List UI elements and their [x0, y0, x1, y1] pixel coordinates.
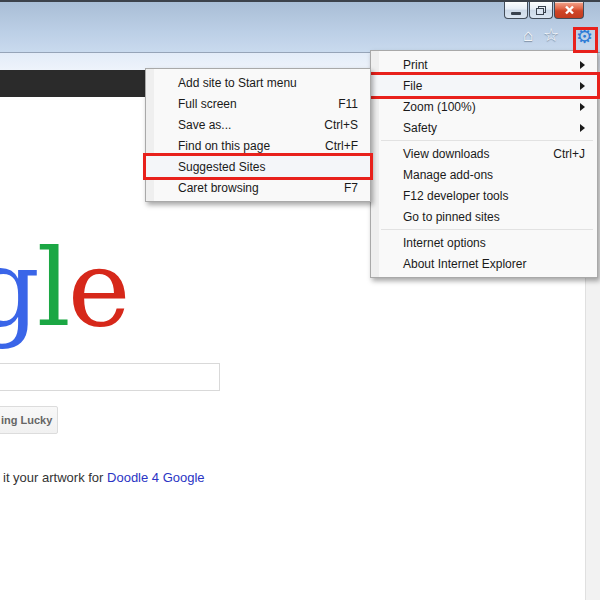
submenu-arrow-icon — [580, 124, 585, 132]
feeling-lucky-button[interactable]: ing Lucky — [0, 406, 58, 434]
menu-item-label: File — [403, 79, 422, 93]
menu-item-label: Caret browsing — [178, 181, 259, 195]
restore-button[interactable] — [529, 2, 553, 19]
minimize-icon — [511, 12, 521, 15]
menu-item-label: F12 developer tools — [403, 189, 508, 203]
google-logo: gle — [0, 236, 128, 342]
close-icon — [564, 5, 575, 15]
menu-item-go-to-pinned-sites[interactable]: Go to pinned sites — [371, 206, 597, 227]
menu-item-find-on-this-page[interactable]: Find on this pageCtrl+F — [146, 135, 370, 156]
menu-item-label: Internet options — [403, 236, 486, 250]
menu-item-label: View downloads — [403, 147, 490, 161]
menu-item-about-internet-explorer[interactable]: About Internet Explorer — [371, 253, 597, 274]
menu-item-label: Print — [403, 58, 428, 72]
menu-item-shortcut: Ctrl+S — [324, 118, 358, 132]
doodle-promo-text: it your artwork for Doodle 4 Google — [3, 470, 205, 485]
menu-item-shortcut: Ctrl+F — [325, 139, 358, 153]
menu-item-label: Safety — [403, 121, 437, 135]
menu-item-label: Add site to Start menu — [178, 76, 297, 90]
logo-letter-g: g — [0, 227, 37, 350]
submenu-arrow-icon — [580, 61, 585, 69]
submenu-arrow-icon — [580, 82, 585, 90]
menu-item-internet-options[interactable]: Internet options — [371, 232, 597, 253]
menu-item-shortcut: Ctrl+J — [553, 147, 585, 161]
menu-item-caret-browsing[interactable]: Caret browsingF7 — [146, 177, 370, 198]
menu-item-file[interactable]: File — [371, 75, 597, 96]
menu-item-shortcut: F11 — [338, 97, 358, 111]
search-input[interactable] — [0, 363, 220, 391]
menu-item-label: Suggested Sites — [178, 160, 265, 174]
menu-item-save-as[interactable]: Save as...Ctrl+S — [146, 114, 370, 135]
menu-item-zoom-100[interactable]: Zoom (100%) — [371, 96, 597, 117]
menu-item-label: Zoom (100%) — [403, 100, 476, 114]
favorites-star-icon[interactable]: ☆ — [543, 26, 559, 44]
menu-item-label: Full screen — [178, 97, 237, 111]
menu-item-f12-developer-tools[interactable]: F12 developer tools — [371, 185, 597, 206]
gear-highlight-box — [573, 27, 598, 53]
menu-item-view-downloads[interactable]: View downloadsCtrl+J — [371, 143, 597, 164]
close-button[interactable] — [554, 2, 584, 19]
doodle-link[interactable]: Doodle 4 Google — [107, 470, 205, 485]
submenu-arrow-icon — [580, 103, 585, 111]
menu-item-shortcut: F7 — [344, 181, 358, 195]
menu-item-suggested-sites[interactable]: Suggested Sites — [146, 156, 370, 177]
tools-menu: PrintFileZoom (100%)SafetyView downloads… — [370, 50, 598, 278]
menu-item-print[interactable]: Print — [371, 54, 597, 75]
menu-item-add-site-to-start-menu[interactable]: Add site to Start menu — [146, 72, 370, 93]
logo-letter-e: e — [68, 227, 128, 350]
menu-item-label: Go to pinned sites — [403, 210, 500, 224]
menu-separator — [381, 229, 593, 230]
menu-item-label: Save as... — [178, 118, 231, 132]
browser-window: ⌂ ☆ ⚙ gle ing Lucky it your artwork for … — [0, 0, 600, 600]
menu-item-manage-add-ons[interactable]: Manage add-ons — [371, 164, 597, 185]
menu-item-full-screen[interactable]: Full screenF11 — [146, 93, 370, 114]
menu-item-label: Find on this page — [178, 139, 270, 153]
restore-icon — [536, 6, 546, 15]
menu-separator — [381, 140, 593, 141]
home-icon[interactable]: ⌂ — [523, 27, 533, 44]
menu-item-safety[interactable]: Safety — [371, 117, 597, 138]
menu-item-label: Manage add-ons — [403, 168, 493, 182]
minimize-button[interactable] — [504, 2, 528, 19]
menu-item-label: About Internet Explorer — [403, 257, 526, 271]
file-submenu: Add site to Start menuFull screenF11Save… — [145, 68, 371, 202]
doodle-promo-prefix: it your artwork for — [3, 470, 107, 485]
logo-letter-l: l — [37, 227, 68, 350]
